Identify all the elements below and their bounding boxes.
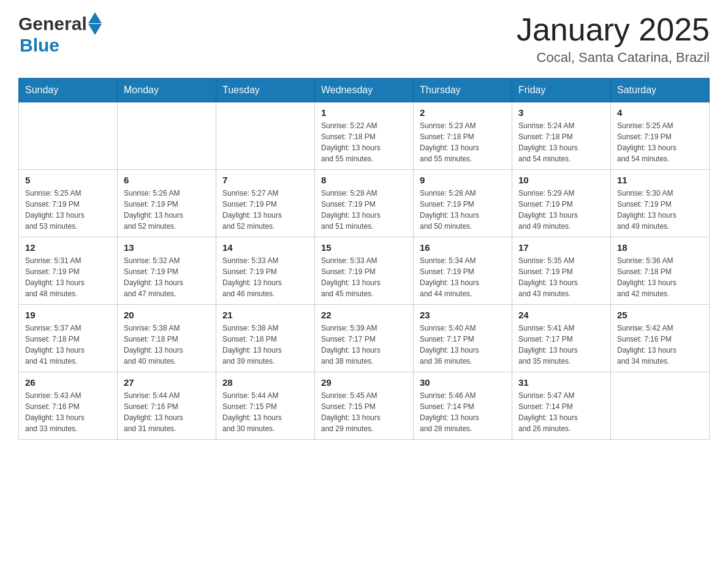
header-sunday: Sunday <box>19 79 118 102</box>
day-info: Sunrise: 5:43 AM Sunset: 7:16 PM Dayligh… <box>25 390 111 434</box>
day-info: Sunrise: 5:46 AM Sunset: 7:14 PM Dayligh… <box>420 390 506 434</box>
logo-icon <box>88 12 102 35</box>
calendar-cell: 31Sunrise: 5:47 AM Sunset: 7:14 PM Dayli… <box>512 372 611 440</box>
day-info: Sunrise: 5:44 AM Sunset: 7:16 PM Dayligh… <box>124 390 210 434</box>
day-info: Sunrise: 5:28 AM Sunset: 7:19 PM Dayligh… <box>321 188 407 232</box>
calendar-cell: 16Sunrise: 5:34 AM Sunset: 7:19 PM Dayli… <box>414 237 512 305</box>
calendar-cell: 12Sunrise: 5:31 AM Sunset: 7:19 PM Dayli… <box>19 237 118 305</box>
day-number: 11 <box>617 175 703 185</box>
header-friday: Friday <box>512 79 611 102</box>
day-info: Sunrise: 5:25 AM Sunset: 7:19 PM Dayligh… <box>25 188 111 232</box>
header-saturday: Saturday <box>611 79 710 102</box>
day-number: 30 <box>420 377 506 388</box>
calendar-cell: 30Sunrise: 5:46 AM Sunset: 7:14 PM Dayli… <box>414 372 512 440</box>
day-number: 22 <box>321 310 407 320</box>
calendar-cell: 28Sunrise: 5:44 AM Sunset: 7:15 PM Dayli… <box>216 372 315 440</box>
calendar-cell: 19Sunrise: 5:37 AM Sunset: 7:18 PM Dayli… <box>19 305 118 372</box>
calendar-body: 1Sunrise: 5:22 AM Sunset: 7:18 PM Daylig… <box>19 102 710 440</box>
day-info: Sunrise: 5:39 AM Sunset: 7:17 PM Dayligh… <box>321 323 407 367</box>
subtitle: Cocal, Santa Catarina, Brazil <box>517 50 710 66</box>
calendar-cell: 13Sunrise: 5:32 AM Sunset: 7:19 PM Dayli… <box>118 237 216 305</box>
day-number: 9 <box>420 175 506 185</box>
calendar-cell: 15Sunrise: 5:33 AM Sunset: 7:19 PM Dayli… <box>315 237 414 305</box>
day-info: Sunrise: 5:32 AM Sunset: 7:19 PM Dayligh… <box>124 255 210 299</box>
calendar-cell <box>118 102 216 170</box>
day-info: Sunrise: 5:30 AM Sunset: 7:19 PM Dayligh… <box>617 188 703 232</box>
header-thursday: Thursday <box>414 79 512 102</box>
day-info: Sunrise: 5:31 AM Sunset: 7:19 PM Dayligh… <box>25 255 111 299</box>
day-number: 18 <box>617 242 703 253</box>
calendar-cell: 6Sunrise: 5:26 AM Sunset: 7:19 PM Daylig… <box>118 170 216 237</box>
calendar-cell: 11Sunrise: 5:30 AM Sunset: 7:19 PM Dayli… <box>611 170 710 237</box>
day-number: 6 <box>124 175 210 185</box>
day-info: Sunrise: 5:35 AM Sunset: 7:19 PM Dayligh… <box>518 255 604 299</box>
calendar-cell: 26Sunrise: 5:43 AM Sunset: 7:16 PM Dayli… <box>19 372 118 440</box>
day-number: 16 <box>420 242 506 253</box>
day-number: 12 <box>25 242 111 253</box>
day-number: 1 <box>321 107 407 118</box>
calendar-week-5: 26Sunrise: 5:43 AM Sunset: 7:16 PM Dayli… <box>19 372 710 440</box>
day-info: Sunrise: 5:38 AM Sunset: 7:18 PM Dayligh… <box>222 323 308 367</box>
calendar-week-2: 5Sunrise: 5:25 AM Sunset: 7:19 PM Daylig… <box>19 170 710 237</box>
calendar-cell: 10Sunrise: 5:29 AM Sunset: 7:19 PM Dayli… <box>512 170 611 237</box>
day-number: 14 <box>222 242 308 253</box>
day-info: Sunrise: 5:34 AM Sunset: 7:19 PM Dayligh… <box>420 255 506 299</box>
day-number: 26 <box>25 377 111 388</box>
day-info: Sunrise: 5:25 AM Sunset: 7:19 PM Dayligh… <box>617 120 703 164</box>
page-header: General Blue January 2025 Cocal, Santa C… <box>18 12 710 66</box>
day-number: 8 <box>321 175 407 185</box>
calendar-cell: 23Sunrise: 5:40 AM Sunset: 7:17 PM Dayli… <box>414 305 512 372</box>
day-number: 21 <box>222 310 308 320</box>
calendar-cell: 20Sunrise: 5:38 AM Sunset: 7:18 PM Dayli… <box>118 305 216 372</box>
calendar-week-3: 12Sunrise: 5:31 AM Sunset: 7:19 PM Dayli… <box>19 237 710 305</box>
day-number: 27 <box>124 377 210 388</box>
calendar-cell: 21Sunrise: 5:38 AM Sunset: 7:18 PM Dayli… <box>216 305 315 372</box>
logo: General Blue <box>18 12 103 56</box>
day-info: Sunrise: 5:33 AM Sunset: 7:19 PM Dayligh… <box>321 255 407 299</box>
calendar-cell: 8Sunrise: 5:28 AM Sunset: 7:19 PM Daylig… <box>315 170 414 237</box>
day-info: Sunrise: 5:33 AM Sunset: 7:19 PM Dayligh… <box>222 255 308 299</box>
day-info: Sunrise: 5:28 AM Sunset: 7:19 PM Dayligh… <box>420 188 506 232</box>
calendar-cell <box>216 102 315 170</box>
day-number: 29 <box>321 377 407 388</box>
calendar-cell: 18Sunrise: 5:36 AM Sunset: 7:18 PM Dayli… <box>611 237 710 305</box>
day-info: Sunrise: 5:41 AM Sunset: 7:17 PM Dayligh… <box>518 323 604 367</box>
calendar-cell: 29Sunrise: 5:45 AM Sunset: 7:15 PM Dayli… <box>315 372 414 440</box>
day-number: 3 <box>518 107 604 118</box>
main-title: January 2025 <box>517 12 710 47</box>
calendar-cell: 24Sunrise: 5:41 AM Sunset: 7:17 PM Dayli… <box>512 305 611 372</box>
day-number: 23 <box>420 310 506 320</box>
day-info: Sunrise: 5:38 AM Sunset: 7:18 PM Dayligh… <box>124 323 210 367</box>
day-info: Sunrise: 5:47 AM Sunset: 7:14 PM Dayligh… <box>518 390 604 434</box>
title-section: January 2025 Cocal, Santa Catarina, Braz… <box>517 12 710 66</box>
day-info: Sunrise: 5:29 AM Sunset: 7:19 PM Dayligh… <box>518 188 604 232</box>
calendar-cell: 7Sunrise: 5:27 AM Sunset: 7:19 PM Daylig… <box>216 170 315 237</box>
day-number: 31 <box>518 377 604 388</box>
calendar-cell: 9Sunrise: 5:28 AM Sunset: 7:19 PM Daylig… <box>414 170 512 237</box>
day-info: Sunrise: 5:37 AM Sunset: 7:18 PM Dayligh… <box>25 323 111 367</box>
day-info: Sunrise: 5:42 AM Sunset: 7:16 PM Dayligh… <box>617 323 703 367</box>
day-info: Sunrise: 5:45 AM Sunset: 7:15 PM Dayligh… <box>321 390 407 434</box>
calendar-cell: 2Sunrise: 5:23 AM Sunset: 7:18 PM Daylig… <box>414 102 512 170</box>
calendar-cell <box>611 372 710 440</box>
calendar-cell: 17Sunrise: 5:35 AM Sunset: 7:19 PM Dayli… <box>512 237 611 305</box>
day-number: 13 <box>124 242 210 253</box>
header-row: Sunday Monday Tuesday Wednesday Thursday… <box>19 79 710 102</box>
calendar-cell: 14Sunrise: 5:33 AM Sunset: 7:19 PM Dayli… <box>216 237 315 305</box>
day-info: Sunrise: 5:40 AM Sunset: 7:17 PM Dayligh… <box>420 323 506 367</box>
calendar-cell: 4Sunrise: 5:25 AM Sunset: 7:19 PM Daylig… <box>611 102 710 170</box>
day-number: 25 <box>617 310 703 320</box>
day-number: 15 <box>321 242 407 253</box>
header-tuesday: Tuesday <box>216 79 315 102</box>
day-info: Sunrise: 5:27 AM Sunset: 7:19 PM Dayligh… <box>222 188 308 232</box>
header-monday: Monday <box>118 79 216 102</box>
header-wednesday: Wednesday <box>315 79 414 102</box>
day-info: Sunrise: 5:23 AM Sunset: 7:18 PM Dayligh… <box>420 120 506 164</box>
day-number: 7 <box>222 175 308 185</box>
day-number: 5 <box>25 175 111 185</box>
day-number: 19 <box>25 310 111 320</box>
day-number: 17 <box>518 242 604 253</box>
calendar-table: Sunday Monday Tuesday Wednesday Thursday… <box>18 78 710 440</box>
day-number: 20 <box>124 310 210 320</box>
calendar-cell <box>19 102 118 170</box>
